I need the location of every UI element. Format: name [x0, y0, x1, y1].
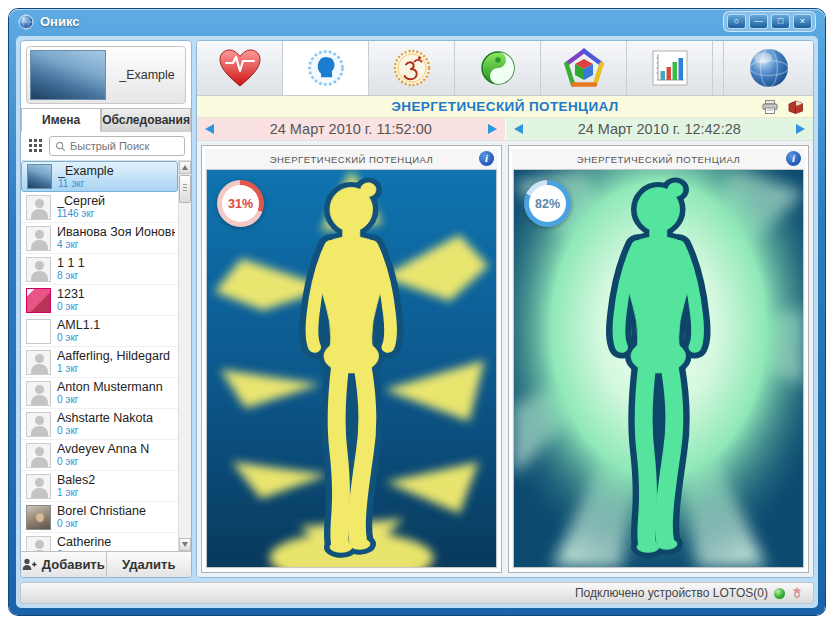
search-input[interactable]	[70, 140, 179, 152]
search-row	[21, 132, 191, 160]
comparison-area: ЭНЕРГЕТИЧЕСКИЙ ПОТЕНЦИАЛ i	[197, 141, 813, 577]
window-controls: ○ — □ ×	[723, 11, 816, 32]
patient-row[interactable]: Avdeyev Anna N 0 экг	[21, 440, 178, 471]
left-exam-date: 24 Март 2010 г. 11:52:00	[214, 121, 488, 137]
viz-header-right: ЭНЕРГЕТИЧЕСКИЙ ПОТЕНЦИАЛ i	[513, 150, 804, 169]
patient-thumbnail	[26, 381, 51, 406]
app-globe-icon	[18, 14, 34, 30]
patient-ecg-count: 4 экг	[57, 239, 175, 251]
patient-thumbnail	[26, 319, 51, 344]
energy-percent-value: 82%	[529, 185, 566, 222]
tabbar-spacer	[713, 41, 723, 95]
patient-row[interactable]: 1 1 1 8 экг	[21, 254, 178, 285]
patient-row[interactable]: 1231 0 экг	[21, 285, 178, 316]
printer-icon[interactable]	[762, 100, 778, 114]
patient-name: 1231	[57, 287, 85, 301]
patient-sidebar: _Example Имена Обследования	[20, 40, 192, 578]
next-date-left-arrow[interactable]	[488, 124, 497, 134]
patient-name: Aafferling, Hildegard	[57, 349, 170, 363]
patient-row[interactable]: Anton Mustermann 0 экг	[21, 378, 178, 409]
minimize-button[interactable]: —	[749, 14, 768, 29]
patient-ecg-count: 1 экг	[57, 487, 95, 499]
tab-names[interactable]: Имена	[21, 108, 101, 132]
window-body: _Example Имена Обследования	[16, 36, 818, 608]
aura-image-left: 31%	[206, 169, 497, 568]
patient-name: _Example	[58, 164, 114, 178]
patient-thumbnail	[26, 350, 51, 375]
patient-ecg-count: 0 экг	[57, 394, 163, 406]
globe-icon	[748, 47, 790, 89]
patient-row[interactable]: Bales2 1 экг	[21, 471, 178, 502]
device-status-text: Подключено устройство LOTOS(0)	[575, 586, 768, 600]
session-button[interactable]: ○	[727, 14, 746, 29]
search-box	[49, 136, 185, 156]
patient-row[interactable]: AML1.1 0 экг	[21, 316, 178, 347]
heart-ecg-icon	[218, 48, 262, 88]
tab-examinations[interactable]: Обследования	[101, 108, 191, 132]
info-icon[interactable]: i	[786, 151, 801, 166]
delete-patient-label: Удалить	[122, 557, 175, 572]
scroll-up-icon	[182, 165, 188, 170]
usb-device-icon[interactable]	[791, 587, 803, 599]
patient-ecg-count: 0 экг	[57, 456, 149, 468]
device-connected-icon	[774, 588, 785, 599]
energy-percent-badge: 82%	[524, 180, 571, 227]
delete-patient-button[interactable]: Удалить	[107, 552, 192, 577]
main-panel: ЭНЕРГЕТИЧЕСКИЙ ПОТЕНЦИАЛ	[196, 40, 814, 578]
book-icon[interactable]	[787, 100, 804, 114]
patient-name: _Сергей	[57, 194, 105, 208]
scrollbar-thumb[interactable]	[179, 175, 191, 203]
energy-percent-value: 31%	[222, 185, 259, 222]
scroll-down-button[interactable]	[179, 538, 191, 551]
patient-thumbnail	[26, 257, 51, 282]
patient-thumbnail	[27, 164, 52, 189]
dates-row: 24 Март 2010 г. 11:52:00 24 Март 2010 г.…	[197, 118, 813, 141]
add-patient-button[interactable]: Добавить	[21, 552, 107, 577]
yin-yang-icon	[478, 48, 518, 88]
patient-row[interactable]: _Сергей 1146 экг	[21, 192, 178, 223]
tab-yin-yang[interactable]	[455, 41, 541, 95]
patient-row[interactable]: Catherine 0 экг	[21, 533, 178, 551]
patient-thumbnail	[26, 536, 51, 552]
patient-list: _Example 11 экг _Сергей 1146 экг	[21, 160, 191, 551]
head-profile-icon	[306, 48, 346, 88]
tab-heart[interactable]	[197, 41, 283, 95]
patient-list-scrollbar	[178, 161, 191, 551]
maximize-button[interactable]: □	[771, 14, 790, 29]
patient-name: Ashstarte Nakota	[57, 411, 153, 425]
tab-globe[interactable]	[723, 41, 813, 95]
patient-row[interactable]: Aafferling, Hildegard 1 экг	[21, 347, 178, 378]
sidebar-actions: Добавить Удалить	[21, 551, 191, 577]
title-bar: Оникс ○ — □ ×	[9, 9, 825, 34]
patient-row[interactable]: Ashstarte Nakota 0 экг	[21, 409, 178, 440]
bar-chart-icon	[652, 50, 688, 86]
patient-name: 1 1 1	[57, 256, 85, 270]
tab-pentagon-cube[interactable]	[541, 41, 627, 95]
current-patient-photo	[30, 50, 106, 100]
energy-percent-badge: 31%	[217, 180, 264, 227]
patient-name: Иванова Зоя Ионовна	[57, 225, 175, 239]
viz-title-right: ЭНЕРГЕТИЧЕСКИЙ ПОТЕНЦИАЛ	[513, 154, 804, 165]
prev-date-left-arrow[interactable]	[205, 124, 214, 134]
tab-om[interactable]	[369, 41, 455, 95]
tab-head-profile[interactable]	[283, 41, 369, 95]
section-title: ЭНЕРГЕТИЧЕСКИЙ ПОТЕНЦИАЛ	[197, 99, 813, 114]
grid-view-icon[interactable]	[29, 139, 43, 153]
scroll-up-button[interactable]	[179, 161, 191, 174]
close-button[interactable]: ×	[793, 14, 812, 29]
mode-tabbar	[197, 41, 813, 96]
next-date-right-arrow[interactable]	[796, 124, 805, 134]
patient-ecg-count: 0 экг	[57, 332, 100, 344]
patient-row[interactable]: Иванова Зоя Ионовна 4 экг	[21, 223, 178, 254]
patient-row[interactable]: Borel Christiane 0 экг	[21, 502, 178, 533]
prev-date-right-arrow[interactable]	[514, 124, 523, 134]
om-icon	[392, 48, 432, 88]
patient-thumbnail	[26, 226, 51, 251]
sidebar-tabs: Имена Обследования	[21, 108, 191, 132]
app-page: Оникс ○ — □ × _Example Имена Обслед	[0, 0, 834, 624]
info-icon[interactable]: i	[479, 151, 494, 166]
tab-bar-chart[interactable]	[627, 41, 713, 95]
patient-row[interactable]: _Example 11 экг	[21, 161, 178, 192]
patient-thumbnail	[26, 505, 51, 530]
status-bar: Подключено устройство LOTOS(0)	[20, 582, 814, 604]
